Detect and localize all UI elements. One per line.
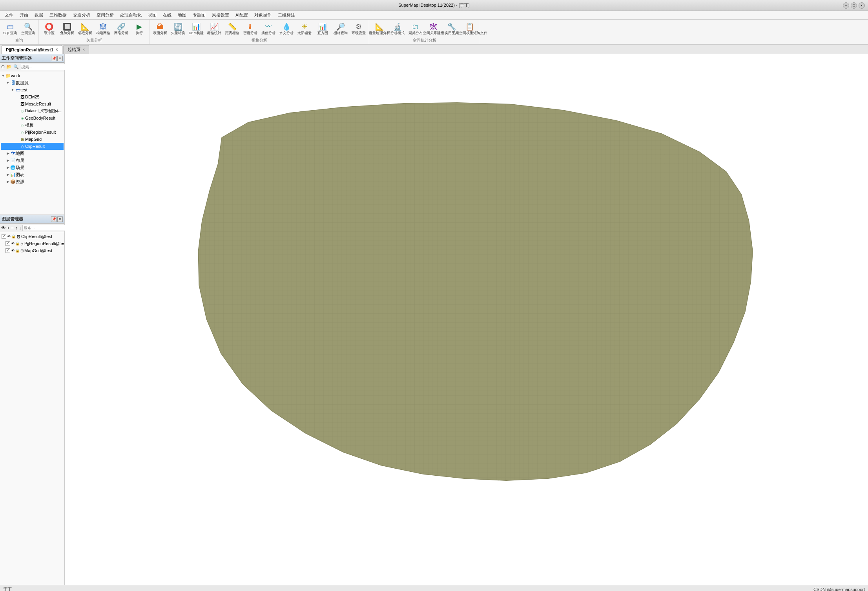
tree-item-maps[interactable]: ▶ 🗺 地图	[1, 150, 64, 157]
dem-icon: 📊	[191, 22, 201, 31]
layer-add-btn[interactable]: +	[7, 224, 10, 231]
raster-query-button[interactable]: 🔎 栅格查询	[332, 20, 349, 37]
spatial-relation-button[interactable]: 🕸 空间关系建模	[425, 20, 442, 37]
test-label: test	[20, 87, 27, 92]
dem-button[interactable]: 📊 DEM构建	[188, 20, 205, 37]
layer-dn-btn[interactable]: ↓	[18, 224, 22, 231]
raster-stats-button[interactable]: 📈 栅格统计	[206, 20, 223, 37]
menu-item-数据[interactable]: 数据	[31, 11, 46, 19]
surface-button[interactable]: 🏔 表面分析	[151, 20, 169, 37]
tree-expand-charts: ▶	[5, 173, 10, 176]
tree-item-geobody[interactable]: ◈ GeoBodyResult	[1, 115, 64, 122]
sql-query-button[interactable]: 🗃 SQL查询	[2, 20, 19, 37]
tree-item-scenes[interactable]: ▶ 🌐 场景	[1, 164, 64, 171]
menu-item-文件[interactable]: 文件	[2, 11, 16, 19]
layout-label: 布局	[16, 158, 24, 164]
tree-item-dem25[interactable]: 🖼 DEM25	[1, 93, 64, 100]
maximize-button[interactable]: □	[851, 2, 857, 9]
layer-item-clip[interactable]: ✓ 👁 🔒 🖼 ClipResult@test	[1, 233, 64, 240]
map-canvas[interactable]	[65, 54, 868, 585]
dataset4-label: Dataset_4范地图体点位_s	[25, 108, 63, 114]
menu-item-地图[interactable]: 地图	[175, 11, 190, 19]
run-button[interactable]: ▶ 执行	[131, 20, 148, 37]
generate-grid-button[interactable]: 📋 生成空间权重矩阵文件	[461, 20, 478, 37]
layer-close-button[interactable]: ×	[57, 216, 63, 222]
hydrology-button[interactable]: 💧 水文分析	[278, 20, 295, 37]
workspace-close-button[interactable]: ×	[57, 56, 63, 61]
tree-item-mopan[interactable]: ◇ 模板	[1, 122, 64, 129]
run-label: 执行	[136, 31, 143, 35]
tree-item-clipresult[interactable]: ◇ ClipResult	[1, 143, 64, 150]
terrain-analysis-button[interactable]: 📐 度量地理分析	[371, 20, 388, 37]
menu-item-在线[interactable]: 在线	[160, 11, 175, 19]
menu-item-视图[interactable]: 视图	[145, 11, 160, 19]
tree-item-mapgrid[interactable]: ⊞ MapGrid	[1, 136, 64, 143]
layer-item-mapgrid-layer[interactable]: ✓ 👁 🔒 ⊞ MapGrid@test	[1, 247, 64, 254]
close-button[interactable]: ×	[859, 2, 865, 9]
buffer-button[interactable]: ⭕ 缓冲区	[40, 20, 58, 37]
tree-item-dataset4[interactable]: ◇ Dataset_4范地图体点位_s	[1, 107, 64, 115]
tree-expand-test: ▼	[10, 88, 15, 92]
layer-eye-btn[interactable]: 👁	[1, 224, 6, 231]
layer-item-pjj-layer[interactable]: ✓ 👁 🔒 ◇ PjjRegionResult@test	[1, 240, 64, 247]
build-network-button[interactable]: 🕸 构建网格	[95, 20, 112, 37]
distance-raster-button[interactable]: 📏 距离栅格	[224, 20, 241, 37]
mapgrid-label: MapGrid	[25, 137, 42, 142]
menu-item-开始[interactable]: 开始	[16, 11, 31, 19]
toolbar-section-vector: ⭕ 缓冲区 🔲 叠加分析 📐 邻近分析 🕸 构建网格 🔗 网络分析	[39, 20, 150, 44]
menu-item-对象操作[interactable]: 对象操作	[251, 11, 275, 19]
interpolation-button[interactable]: 〰 插值分析	[260, 20, 277, 37]
spatial-query-button[interactable]: 🔍 空间查询	[20, 20, 37, 37]
overlay-label: 叠加分析	[60, 31, 74, 35]
workspace-pin-button[interactable]: 📌	[51, 56, 57, 61]
cluster-button[interactable]: 🗂 聚类分布	[407, 20, 424, 37]
raster-buttons: 🏔 表面分析 🔄 矢量转换 📊 DEM构建 📈 栅格统计 📏 距离	[151, 20, 367, 37]
tab-pjj-result[interactable]: PjjRegionResult@test1 ×	[2, 45, 62, 54]
menu-item-专题图[interactable]: 专题图	[190, 11, 209, 19]
menu-item-二维标注[interactable]: 二维标注	[275, 11, 298, 19]
analysis-mode-button[interactable]: 🔬 分析模式	[389, 20, 406, 37]
ws-btn-2[interactable]: 📂	[6, 64, 12, 71]
menu-item-空间分析[interactable]: 空间分析	[93, 11, 117, 19]
density-button[interactable]: 🌡 密度分析	[242, 20, 259, 37]
tree-item-datasources[interactable]: ▼ 🗄 数据源	[1, 79, 64, 86]
tree-item-test[interactable]: ▼ 🗃 test	[1, 86, 64, 93]
vector-buttons: ⭕ 缓冲区 🔲 叠加分析 📐 邻近分析 🕸 构建网格 🔗 网络分析	[40, 20, 148, 37]
tree-item-work[interactable]: ▼ 📁 work	[1, 72, 64, 79]
ws-btn-1[interactable]: ⊕	[1, 64, 5, 71]
tree-item-pjj[interactable]: ◇ PjjRegionResult	[1, 129, 64, 136]
work-icon: 📁	[5, 73, 11, 78]
layout-icon: 📄	[10, 158, 16, 163]
menu-item-AI配置[interactable]: AI配置	[232, 11, 251, 19]
tree-item-layout[interactable]: ▶ 📄 布局	[1, 157, 64, 164]
proximity-button[interactable]: 📐 邻近分析	[77, 20, 94, 37]
menu-item-风格设置[interactable]: 风格设置	[209, 11, 232, 19]
minimize-button[interactable]: −	[843, 2, 849, 9]
layer-pin-button[interactable]: 📌	[51, 216, 57, 222]
layer-check-clip[interactable]: ✓	[2, 234, 6, 239]
spatial-stats-section-title: 空间统计分析	[413, 38, 436, 43]
vec-raster-button[interactable]: 🔄 矢量转换	[170, 20, 187, 37]
network-analysis-button[interactable]: 🔗 网络分析	[113, 20, 130, 37]
tree-item-charts[interactable]: ▶ 📊 图表	[1, 171, 64, 178]
menu-item-三维数据[interactable]: 三维数据	[46, 11, 70, 19]
tab-start-page[interactable]: 起始页 ×	[63, 45, 89, 54]
tree-item-resources[interactable]: ▶ 📦 资源	[1, 178, 64, 185]
menu-item-处理自动化[interactable]: 处理自动化	[117, 11, 145, 19]
layer-up-btn[interactable]: ↑	[15, 224, 18, 231]
layer-del-btn[interactable]: −	[11, 224, 14, 231]
toolbar-area: 🗃 SQL查询 🔍 空间查询 查询 ⭕ 缓冲区 🔲 叠加分析	[0, 20, 868, 45]
workspace-header-btns: 📌 ×	[51, 56, 63, 61]
tab-pjj-close[interactable]: ×	[56, 47, 58, 52]
ws-search-btn[interactable]: 🔍	[13, 64, 19, 71]
layer-check-pjj[interactable]: ✓	[5, 241, 10, 246]
workspace-title: 工作空间管理器	[2, 55, 32, 61]
env-settings-button[interactable]: ⚙ 环境设置	[350, 20, 367, 37]
histogram-button[interactable]: 📊 直方图	[314, 20, 331, 37]
layer-check-mapgrid[interactable]: ✓	[5, 248, 10, 253]
overlay-button[interactable]: 🔲 叠加分析	[58, 20, 76, 37]
solar-button[interactable]: ☀ 太阳辐射	[296, 20, 313, 37]
tree-item-mosaic[interactable]: 🖼 MosaicResult	[1, 100, 64, 107]
tab-start-close[interactable]: ×	[83, 47, 85, 52]
menu-item-交通分析[interactable]: 交通分析	[70, 11, 93, 19]
